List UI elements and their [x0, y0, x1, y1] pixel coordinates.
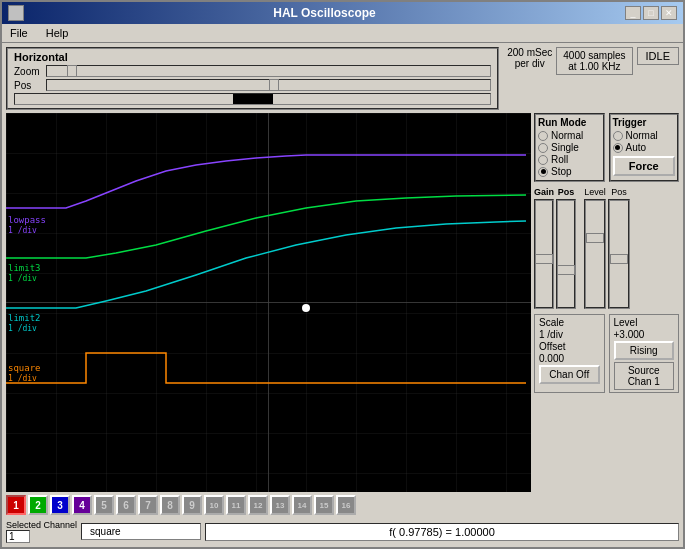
run-normal-label: Normal — [551, 130, 583, 141]
chan-btn-13[interactable]: 13 — [270, 495, 290, 515]
chan-btn-4[interactable]: 4 — [72, 495, 92, 515]
oscilloscope-display: lowpass 1 /div limit3 1 /div limit2 1 /d… — [6, 113, 531, 492]
level-label: Level — [614, 317, 638, 328]
chan-btn-1[interactable]: 1 — [6, 495, 26, 515]
run-normal-radio[interactable] — [538, 131, 548, 141]
horizontal-group: Horizontal Zoom Pos — [6, 47, 499, 110]
run-trigger-row: Run Mode Normal Single Roll — [534, 113, 679, 182]
trig-level-slider[interactable] — [584, 199, 606, 309]
pos-slider[interactable] — [46, 79, 491, 91]
run-stop-label: Stop — [551, 166, 572, 177]
time-per-div: 200 mSec — [507, 47, 552, 58]
level-value: +3.000 — [614, 329, 645, 340]
pos-label: Pos — [14, 80, 42, 91]
chan-btn-9[interactable]: 9 — [182, 495, 202, 515]
run-stop-radio[interactable] — [538, 167, 548, 177]
chan-btn-2[interactable]: 2 — [28, 495, 48, 515]
gain-label: Gain — [534, 187, 554, 197]
svg-text:limit3: limit3 — [8, 263, 41, 273]
chan-btn-12[interactable]: 12 — [248, 495, 268, 515]
trig-pos-wrap: Pos — [608, 187, 630, 309]
run-single-radio[interactable] — [538, 143, 548, 153]
scale-value: 1 /div — [539, 329, 563, 340]
trig-auto-label: Auto — [626, 142, 647, 153]
status-idle: IDLE — [637, 47, 679, 65]
title-controls: _ □ ✕ — [625, 6, 677, 20]
vertical-sliders: Gain Pos — [534, 187, 576, 309]
main-window: HAL Oscilloscope _ □ ✕ File Help Horizon… — [0, 0, 685, 549]
svg-text:1 /div: 1 /div — [8, 374, 37, 383]
svg-text:square: square — [8, 363, 41, 373]
scale-section: Scale 1 /div Offset 0.000 Chan Off — [534, 314, 605, 393]
trig-level-thumb[interactable] — [586, 233, 604, 243]
selected-channel-input[interactable] — [6, 530, 30, 543]
pos-row: Pos — [14, 79, 491, 91]
trig-normal-label: Normal — [626, 130, 658, 141]
gain-slider[interactable] — [534, 199, 554, 309]
source-chan-box: Source Chan 1 — [614, 362, 675, 390]
vpos-label: Pos — [558, 187, 575, 197]
osc-svg: lowpass 1 /div limit3 1 /div limit2 1 /d… — [6, 113, 531, 492]
minimize-button[interactable]: _ — [625, 6, 641, 20]
run-roll-radio[interactable] — [538, 155, 548, 165]
content-area: Horizontal Zoom Pos — [2, 43, 683, 547]
pos-label-trig: Pos — [611, 187, 627, 197]
trig-normal-radio[interactable] — [613, 131, 623, 141]
zoom-row: Zoom — [14, 65, 491, 77]
scale-label: Scale — [539, 317, 564, 328]
run-roll-row: Roll — [538, 154, 601, 165]
chan-btn-7[interactable]: 7 — [138, 495, 158, 515]
help-menu[interactable]: Help — [42, 26, 73, 40]
offset-value-row: 0.000 — [539, 353, 600, 364]
trig-auto-radio[interactable] — [613, 143, 623, 153]
zoom-thumb[interactable] — [67, 65, 77, 77]
chan-btn-10[interactable]: 10 — [204, 495, 224, 515]
close-button[interactable]: ✕ — [661, 6, 677, 20]
run-mode-group: Run Mode Normal Single Roll — [534, 113, 605, 182]
signal-row: Selected Channel square f( 0.97785) = 1.… — [6, 520, 679, 543]
vpos-slider[interactable] — [556, 199, 576, 309]
zoom-slider[interactable] — [46, 65, 491, 77]
maximize-button[interactable]: □ — [643, 6, 659, 20]
trigger-title: Trigger — [613, 117, 676, 128]
top-controls: Horizontal Zoom Pos — [6, 47, 679, 110]
timeline-bar[interactable] — [14, 93, 491, 105]
trig-pos-thumb[interactable] — [610, 254, 628, 264]
chan-label: Chan 1 — [619, 376, 670, 387]
svg-text:1 /div: 1 /div — [8, 226, 37, 235]
rising-button[interactable]: Rising — [614, 341, 675, 360]
file-menu[interactable]: File — [6, 26, 32, 40]
signal-name: square — [90, 526, 121, 537]
chan-btn-15[interactable]: 15 — [314, 495, 334, 515]
signal-name-display: square — [81, 523, 201, 540]
force-button[interactable]: Force — [613, 156, 676, 176]
timeline-thumb[interactable] — [233, 94, 273, 104]
trig-pos-slider[interactable] — [608, 199, 630, 309]
main-area: lowpass 1 /div limit3 1 /div limit2 1 /d… — [6, 113, 679, 492]
title-bar: HAL Oscilloscope _ □ ✕ — [2, 2, 683, 24]
chan-btn-14[interactable]: 14 — [292, 495, 312, 515]
chan-btn-16[interactable]: 16 — [336, 495, 356, 515]
svg-text:limit2: limit2 — [8, 313, 41, 323]
gain-slider-group: Gain — [534, 187, 554, 309]
chan-btn-6[interactable]: 6 — [116, 495, 136, 515]
trigger-group: Trigger Normal Auto Force — [609, 113, 680, 182]
chan-btn-11[interactable]: 11 — [226, 495, 246, 515]
function-text: f( 0.97785) = 1.00000 — [389, 526, 495, 538]
vpos-thumb[interactable] — [557, 265, 575, 275]
chan-btn-5[interactable]: 5 — [94, 495, 114, 515]
right-panel: Run Mode Normal Single Roll — [534, 113, 679, 492]
samples-box: 4000 samples at 1.00 KHz — [556, 47, 632, 75]
menu-bar: File Help — [2, 24, 683, 43]
time-info: 200 mSec per div — [507, 47, 552, 69]
pos-thumb[interactable] — [269, 79, 279, 91]
svg-text:1 /div: 1 /div — [8, 274, 37, 283]
svg-text:lowpass: lowpass — [8, 215, 46, 225]
chan-btn-3[interactable]: 3 — [50, 495, 70, 515]
source-label: Source — [619, 365, 670, 376]
gain-thumb[interactable] — [535, 254, 553, 264]
chan-off-button[interactable]: Chan Off — [539, 365, 600, 384]
level-label-trig: Level — [584, 187, 606, 197]
trig-auto-row: Auto — [613, 142, 676, 153]
chan-btn-8[interactable]: 8 — [160, 495, 180, 515]
